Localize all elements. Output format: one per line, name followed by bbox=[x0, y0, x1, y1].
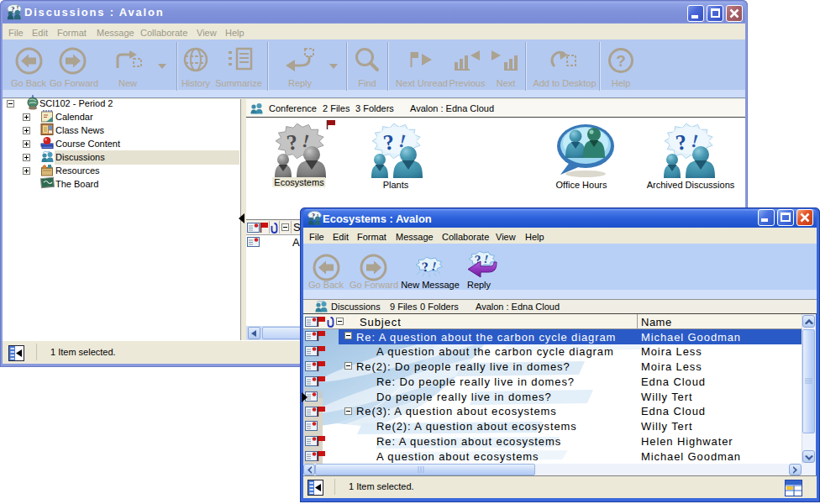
svg-text:?: ? bbox=[616, 52, 626, 70]
